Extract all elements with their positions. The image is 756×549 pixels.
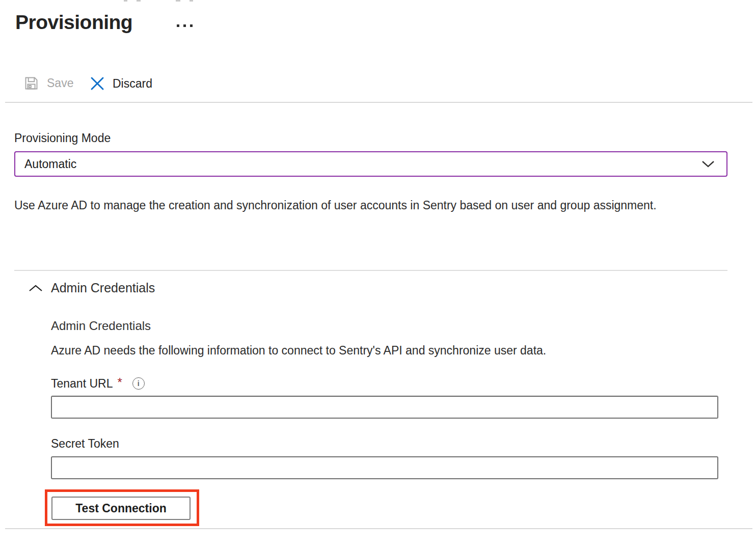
provisioning-mode-selected-value: Automatic <box>24 157 701 171</box>
x-icon <box>89 75 105 92</box>
more-options-button[interactable] <box>177 24 193 27</box>
secret-token-input[interactable] <box>51 456 718 479</box>
save-button[interactable]: Save <box>23 75 73 91</box>
chevron-down-icon <box>701 160 715 168</box>
save-button-label: Save <box>47 76 73 90</box>
tenant-url-label-row: Tenant URL * i <box>51 376 145 391</box>
provisioning-mode-description: Use Azure AD to manage the creation and … <box>14 195 682 216</box>
chevron-up-icon <box>28 284 44 293</box>
floppy-disk-icon <box>23 75 39 91</box>
admin-credentials-section-title[interactable]: Admin Credentials <box>51 281 155 295</box>
tenant-url-input[interactable] <box>51 396 718 419</box>
bottom-divider <box>5 528 752 529</box>
discard-button-label: Discard <box>113 77 152 91</box>
cut-off-text-fragment <box>137 0 141 2</box>
admin-credentials-description: Azure AD needs the following information… <box>51 344 546 358</box>
cut-off-text-fragment <box>124 0 127 2</box>
section-divider <box>14 270 727 271</box>
secret-token-label: Secret Token <box>51 437 119 451</box>
ellipsis-icon <box>183 24 186 27</box>
info-icon[interactable]: i <box>132 377 145 390</box>
required-marker: * <box>117 375 122 390</box>
cut-off-text-fragment <box>190 0 193 2</box>
tenant-url-label: Tenant URL <box>51 377 113 391</box>
toolbar-divider <box>5 102 752 103</box>
admin-credentials-subtitle: Admin Credentials <box>51 319 151 333</box>
provisioning-mode-label: Provisioning Mode <box>14 131 111 145</box>
test-connection-button[interactable]: Test Connection <box>51 497 191 520</box>
page-title: Provisioning <box>15 11 132 34</box>
admin-credentials-collapse-toggle[interactable] <box>28 284 44 293</box>
provisioning-mode-dropdown[interactable]: Automatic <box>14 151 727 177</box>
ellipsis-icon <box>177 24 179 27</box>
discard-button[interactable]: Discard <box>89 75 152 92</box>
test-connection-button-label: Test Connection <box>75 502 166 515</box>
ellipsis-icon <box>190 24 193 27</box>
cut-off-text-fragment <box>176 0 180 2</box>
